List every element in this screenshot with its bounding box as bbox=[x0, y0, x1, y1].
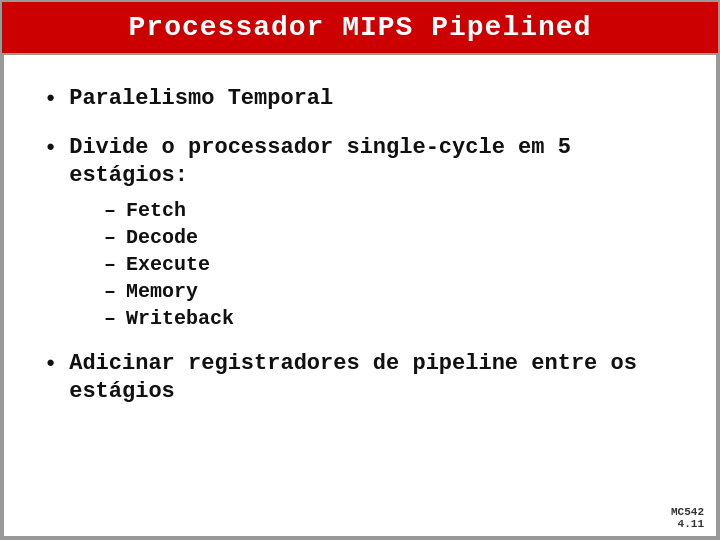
sub-item-memory: – Memory bbox=[104, 280, 676, 303]
sub-dash-2: – bbox=[104, 226, 116, 249]
footer-line2: 4.11 bbox=[671, 518, 704, 530]
sub-item-writeback: – Writeback bbox=[104, 307, 676, 330]
slide-body: • Paralelismo Temporal • Divide o proces… bbox=[2, 53, 718, 538]
sub-text-execute: Execute bbox=[126, 253, 210, 276]
slide-header: Processador MIPS Pipelined bbox=[2, 2, 718, 53]
bullet-dot-3: • bbox=[44, 352, 57, 377]
bullet-dot-2: • bbox=[44, 136, 57, 161]
sub-text-writeback: Writeback bbox=[126, 307, 234, 330]
sub-text-fetch: Fetch bbox=[126, 199, 186, 222]
bullet-text-1: Paralelismo Temporal bbox=[69, 85, 333, 114]
sub-list: – Fetch – Decode – Execute – Memory – bbox=[104, 199, 676, 330]
sub-item-decode: – Decode bbox=[104, 226, 676, 249]
bullet-section-2: • Divide o processador single-cycle em 5… bbox=[44, 134, 676, 330]
sub-text-decode: Decode bbox=[126, 226, 198, 249]
footer-line1: MC542 bbox=[671, 506, 704, 518]
sub-dash-1: – bbox=[104, 199, 116, 222]
sub-dash-4: – bbox=[104, 280, 116, 303]
bullet-dot-1: • bbox=[44, 87, 57, 112]
sub-item-execute: – Execute bbox=[104, 253, 676, 276]
bullet-text-3: Adicinar registradores de pipeline entre… bbox=[69, 350, 676, 407]
slide-container: Processador MIPS Pipelined • Paralelismo… bbox=[0, 0, 720, 540]
sub-item-fetch: – Fetch bbox=[104, 199, 676, 222]
bullet-item-1: • Paralelismo Temporal bbox=[44, 85, 676, 114]
bullet-item-3: • Adicinar registradores de pipeline ent… bbox=[44, 350, 676, 407]
slide-footer: MC542 4.11 bbox=[671, 506, 704, 530]
bullet-item-2: • Divide o processador single-cycle em 5… bbox=[44, 134, 676, 191]
sub-text-memory: Memory bbox=[126, 280, 198, 303]
bullet-text-2: Divide o processador single-cycle em 5 e… bbox=[69, 134, 676, 191]
slide-title: Processador MIPS Pipelined bbox=[22, 12, 698, 43]
sub-dash-5: – bbox=[104, 307, 116, 330]
sub-dash-3: – bbox=[104, 253, 116, 276]
